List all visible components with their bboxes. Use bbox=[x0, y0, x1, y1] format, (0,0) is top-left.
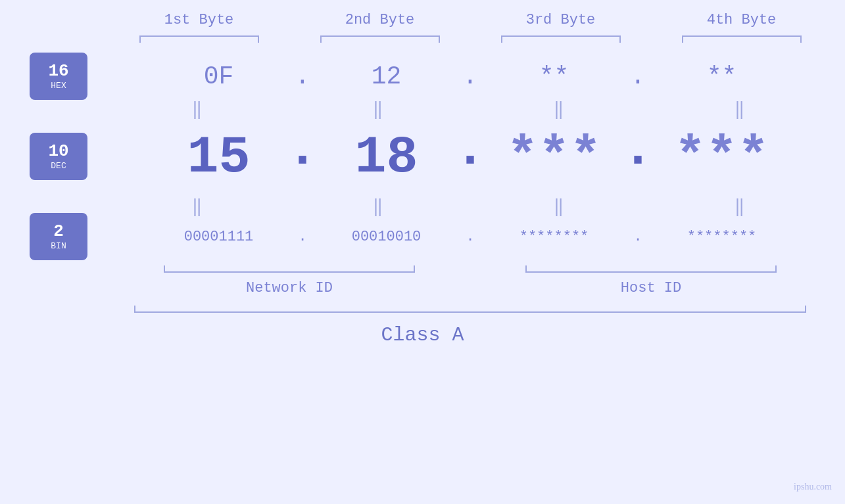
dec-data-row: 10 DEC 15 . 18 . *** . *** bbox=[0, 117, 845, 196]
dec-val-3: *** bbox=[464, 127, 644, 187]
bin-badge-label: BIN bbox=[51, 241, 66, 251]
eq-6: ‖ bbox=[289, 196, 470, 217]
bin-val-1: 00001111 bbox=[128, 229, 309, 245]
main-container: 1st Byte 2nd Byte 3rd Byte 4th Byte bbox=[0, 0, 845, 504]
dec-values-row: 15 . 18 . *** . *** bbox=[95, 120, 845, 194]
hex-val-1: 0F bbox=[128, 62, 309, 91]
dec-badge-number: 10 bbox=[48, 142, 68, 161]
eq-8: ‖ bbox=[651, 196, 832, 217]
large-bottom-bracket bbox=[95, 303, 845, 316]
dec-val-2: 18 bbox=[296, 127, 477, 187]
bin-val-3: ******** bbox=[464, 229, 644, 245]
bin-badge: 2 BIN bbox=[30, 213, 87, 260]
eq-5: ‖ bbox=[109, 196, 289, 217]
dec-val-4: *** bbox=[631, 127, 812, 187]
bracket-1 bbox=[109, 31, 289, 45]
bottom-brackets-row bbox=[0, 263, 845, 277]
network-id-label: Network ID bbox=[109, 280, 470, 296]
hex-val-4: ** bbox=[631, 62, 812, 91]
hex-badge-number: 16 bbox=[48, 62, 68, 81]
bin-val-2: 00010010 bbox=[296, 229, 477, 245]
hex-badge: 16 HEX bbox=[30, 53, 87, 100]
byte-label-1: 1st Byte bbox=[109, 12, 289, 28]
top-brackets-row bbox=[0, 31, 845, 45]
hex-data-row: 16 HEX 0F . 12 . ** . ** bbox=[0, 54, 845, 99]
host-id-bracket bbox=[470, 263, 832, 277]
host-id-label: Host ID bbox=[470, 280, 832, 296]
hex-val-2: 12 bbox=[296, 62, 477, 91]
dec-badge-label: DEC bbox=[51, 161, 66, 171]
dec-val-1: 15 bbox=[128, 127, 309, 187]
bracket-3 bbox=[470, 31, 651, 45]
class-row: Class A bbox=[0, 324, 845, 346]
bottom-labels-row: Network ID Host ID bbox=[0, 280, 845, 296]
equals-row-2: ‖ ‖ ‖ ‖ bbox=[95, 196, 845, 217]
byte-labels-row: 1st Byte 2nd Byte 3rd Byte 4th Byte bbox=[0, 0, 845, 28]
hex-badge-label: HEX bbox=[51, 81, 66, 91]
hex-values-row: 0F . 12 . ** . ** bbox=[95, 62, 845, 91]
bin-badge-number: 2 bbox=[53, 222, 64, 241]
byte-label-4: 4th Byte bbox=[651, 12, 832, 28]
dec-badge: 10 DEC bbox=[30, 133, 87, 180]
bin-data-row: 2 BIN 00001111 . 00010010 . ******** . *… bbox=[0, 217, 845, 256]
class-label: Class A bbox=[381, 324, 464, 346]
hex-val-3: ** bbox=[464, 62, 644, 91]
network-id-bracket bbox=[109, 263, 470, 277]
byte-label-3: 3rd Byte bbox=[470, 12, 651, 28]
bracket-4 bbox=[651, 31, 832, 45]
bracket-2 bbox=[289, 31, 470, 45]
bin-values-row: 00001111 . 00010010 . ******** . *******… bbox=[95, 229, 845, 245]
eq-7: ‖ bbox=[470, 196, 651, 217]
bin-val-4: ******** bbox=[631, 229, 812, 245]
byte-label-2: 2nd Byte bbox=[289, 12, 470, 28]
content-area: 16 HEX 0F . 12 . ** . ** ‖ ‖ ‖ ‖ 10 bbox=[0, 49, 845, 346]
watermark: ipshu.com bbox=[794, 482, 832, 492]
